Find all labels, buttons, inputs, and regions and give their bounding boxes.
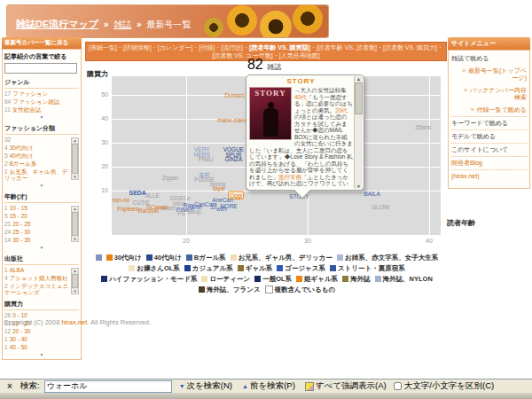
filter-row: 64ファッション雑誌 (4, 98, 79, 105)
tooltip-scrollbar[interactable]: ▲ ▼ (354, 76, 363, 189)
scrollbar-thumb[interactable] (72, 274, 78, 288)
filter-link[interactable]: 10 - 15 (10, 205, 27, 211)
scatter-point[interactable]: FRaU (198, 156, 213, 162)
menu-link[interactable]: このサイトについて (451, 143, 527, 156)
scatter-point[interactable]: marie claire (217, 117, 247, 123)
legend-item: お兄系、ギャル男、デリッカー (231, 254, 332, 262)
find-input[interactable] (44, 380, 172, 393)
nav-link[interactable]: [表紙一覧] (89, 44, 117, 51)
scatter-point[interactable]: Zipper (162, 175, 178, 181)
nav-link[interactable]: [カレンダー] (158, 44, 193, 51)
filter-link[interactable]: 15 - 20 (10, 213, 27, 219)
legend-item: お姉系、赤文字系、女子大生系 (337, 254, 438, 262)
magazine-cover-image[interactable]: STORY (249, 87, 292, 140)
scroll-down-icon[interactable]: ▼ (356, 184, 361, 189)
legend-label: 海外誌 (350, 275, 371, 283)
scroll-up-icon[interactable]: ▲ (74, 269, 77, 273)
menu-link[interactable]: » 最新号一覧(トップページ) (451, 65, 527, 84)
scroll-up-icon[interactable]: ▲ (74, 138, 77, 143)
filter-link[interactable]: 20 - 25 (12, 221, 30, 227)
scroll-up-icon[interactable]: ▲ (74, 207, 77, 211)
scroll-down-icon[interactable]: ▼ (74, 289, 77, 293)
scroll-down-icon[interactable]: ▼ (74, 175, 77, 179)
nav-link[interactable]: [読者年齢 VS. 購買額] (249, 44, 310, 51)
breadcrumb-section-link[interactable]: 雑誌 (113, 20, 131, 29)
filter-link[interactable]: お兄系、ギャル男、デリッカー (4, 168, 67, 181)
more-items-icon[interactable]: ▼ (4, 352, 79, 357)
close-icon[interactable]: × (4, 380, 16, 393)
scrollbar-thumb[interactable] (355, 82, 363, 114)
scatter-point[interactable]: GINZA (224, 156, 242, 162)
breadcrumb-home-link[interactable]: 雑誌DE流行マップ (16, 19, 98, 29)
menu-link[interactable]: » 付録一覧で眺める (451, 104, 527, 116)
scatter-point[interactable]: BAILA (364, 190, 379, 196)
scrollbar-thumb[interactable] (72, 144, 78, 174)
scroll-up-icon[interactable]: ▲ (356, 76, 361, 82)
filter-link[interactable]: 25 - 30 (12, 229, 30, 235)
sunflower-icon (204, 18, 223, 37)
breadcrumb: 雑誌DE流行マップ » 雑誌 » 最新号一覧 (16, 18, 191, 31)
filter-link[interactable]: ファッション雑誌 (12, 98, 59, 105)
filter-link[interactable]: 20 - 30 (12, 328, 30, 334)
list-scrollbar[interactable]: ▲▼ (71, 268, 79, 294)
find-next-button[interactable]: ▼ 次を検索(N) (176, 379, 235, 393)
filter-link[interactable]: 30代向け (10, 145, 34, 151)
hirax-link[interactable]: hirax.net (61, 318, 87, 326)
scatter-point[interactable]: Popteen (117, 205, 138, 211)
legend-swatch (199, 286, 205, 293)
scatter-point[interactable]: 25ans (415, 124, 431, 130)
scatter-point[interactable]: style (213, 185, 224, 192)
tooltip-magazine-title[interactable]: STORY (249, 77, 353, 85)
scatter-point[interactable]: SEDA (129, 189, 145, 195)
scatter-point[interactable]: MORE (220, 203, 238, 209)
scatter-point[interactable]: GLOW (372, 204, 389, 210)
scroll-down-icon[interactable]: ▼ (74, 237, 77, 241)
filter-link[interactable]: インデックスコミュニケーションズ (4, 283, 68, 295)
filter-link[interactable]: 40代向け (10, 153, 34, 159)
keyword-filter-input[interactable] (4, 63, 77, 74)
filter-link[interactable]: 40 - 50 (10, 344, 27, 350)
nav-link[interactable]: [読者数 VS. 購買力] (383, 44, 437, 51)
scatter-point[interactable]: JJ (210, 204, 216, 210)
filter-link[interactable]: 女性総合誌 (12, 106, 42, 113)
filter-link[interactable]: 0 - 10 (12, 312, 27, 318)
filter-link[interactable]: ファッション (12, 90, 48, 97)
scatter-point[interactable]: non-no (112, 196, 129, 202)
chevron-right-icon: » (464, 87, 469, 93)
more-items-icon[interactable]: ▼ (4, 183, 79, 188)
nav-link[interactable]: [流行語] (221, 44, 243, 51)
find-prev-button[interactable]: ▲ 前を検索(P) (239, 379, 298, 393)
menu-link[interactable]: キーワードで眺める (451, 116, 527, 129)
filter-link[interactable]: ALBA (10, 267, 25, 273)
menu-link[interactable]: 開発者Blog (451, 156, 527, 169)
menu-link[interactable]: 雑誌で眺める (451, 52, 527, 65)
list-scrollbar[interactable]: ▲▼ (71, 206, 79, 242)
menu-link[interactable]: (hirax.net) (451, 169, 527, 183)
filter-link[interactable]: 30 - 40 (10, 336, 27, 342)
menu-link[interactable]: » バックナンバー内容検索 (451, 84, 527, 104)
match-case-checkbox[interactable] (394, 382, 402, 390)
nav-link[interactable]: [詳細情報] (123, 44, 152, 51)
nav-link[interactable]: [付録] (199, 44, 215, 51)
back-to-covers-link[interactable]: 最新号カバー一覧に戻る (2, 37, 82, 49)
filter-link[interactable]: Bガール系 (10, 160, 37, 167)
filter-link[interactable]: アシェット婦人画報社 (10, 275, 68, 281)
scrollbar-thumb[interactable] (72, 212, 78, 236)
legend-item: ローティーン (201, 275, 250, 283)
filter-row: 1430 - 35 (4, 237, 72, 243)
list-scrollbar[interactable]: ▲▼ (71, 137, 79, 180)
highlight-all-button[interactable]: すべて強調表示(A) (302, 379, 389, 393)
browser-viewport: 雑誌DE流行マップ » 雑誌 » 最新号一覧 最新号カバー一覧に戻る 記事紹介の… (0, 0, 532, 399)
nav-link[interactable]: [読者年齢 VS. 読者数] (317, 44, 377, 51)
scatter-point[interactable]: JILLE (145, 192, 160, 199)
menu-link[interactable]: モデルで眺める (451, 129, 527, 143)
legend-swatch (231, 254, 237, 261)
scatter-point[interactable]: Soup. (187, 207, 202, 214)
filter-link[interactable]: 30 - 35 (12, 237, 30, 243)
scatter-point[interactable]: Ranzuki (138, 207, 159, 213)
scatter-point[interactable]: PS (177, 210, 185, 216)
more-items-icon[interactable]: ▼ (4, 245, 79, 250)
legend-item: ゴージャス系 (277, 264, 325, 272)
more-items-icon[interactable]: ▼ (4, 114, 79, 120)
scatter-point[interactable]: Domani (225, 92, 245, 98)
